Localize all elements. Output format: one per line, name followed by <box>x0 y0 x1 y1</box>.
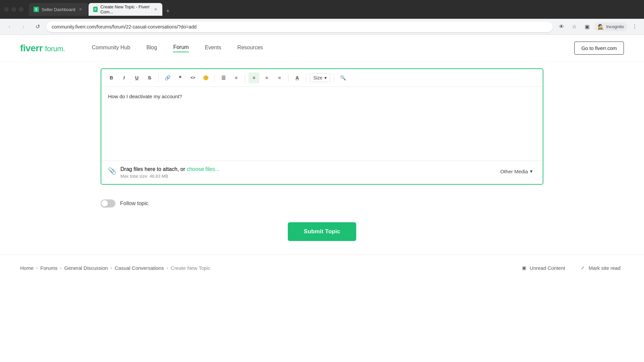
submit-topic-button[interactable]: Submit Topic <box>288 222 357 241</box>
align-left-button[interactable]: ≡ <box>249 72 259 83</box>
address-bar-input[interactable] <box>46 21 553 32</box>
nav-events[interactable]: Events <box>205 45 221 52</box>
other-media-button[interactable]: Other Media ▾ <box>497 166 536 176</box>
checkmark-icon: ✓ <box>580 265 586 271</box>
footer-actions: ▣ Unread Content ✓ Mark site read <box>518 263 624 273</box>
breadcrumb-sep-3: › <box>111 265 112 270</box>
quote-button[interactable]: ❝ <box>175 72 185 83</box>
unread-icon: ▣ <box>521 265 527 271</box>
incognito-label: Incognito <box>606 24 624 29</box>
toolbar-sep-1 <box>158 74 159 82</box>
attachment-area: 📎 Drag files here to attach, or choose f… <box>101 161 543 184</box>
logo-forum: forum. <box>45 45 65 53</box>
toolbar-sep-2 <box>214 74 215 82</box>
browser-toolbar-icons: 👁 ☆ ▣ 🕵 Incognito ⋮ <box>556 21 640 32</box>
window-controls <box>4 7 23 12</box>
incognito-badge[interactable]: 🕵 Incognito <box>594 22 627 31</box>
editor-toolbar: B I U S 🔗 ❝ <> 🙂 ☰ ≡ ≡ ≡ ≡ A S <box>101 69 543 87</box>
address-bar-row: ‹ › ↺ 👁 ☆ ▣ 🕵 Incognito ⋮ <box>0 19 644 35</box>
align-right-button[interactable]: ≡ <box>274 72 285 83</box>
drag-text: Drag files here to attach, or <box>120 166 186 172</box>
attachment-drag-text: Drag files here to attach, or choose fil… <box>120 166 219 172</box>
tab-forum[interactable]: F Create New Topic - Fiverr Com... ✕ <box>89 3 162 16</box>
breadcrumb: Home › Forums › General Discussion › Cas… <box>20 265 210 271</box>
follow-topic-label: Follow topic <box>120 200 148 206</box>
breadcrumb-current: Create New Topic <box>171 265 210 271</box>
editor-content: How do I deactivate my account? <box>108 94 182 99</box>
tab-close-forum[interactable]: ✕ <box>154 7 158 12</box>
attachment-left: 📎 Drag files here to attach, or choose f… <box>108 166 219 179</box>
numbered-list-button[interactable]: ≡ <box>231 72 241 83</box>
toolbar-sep-4 <box>288 74 288 82</box>
bullet-list-button[interactable]: ☰ <box>218 72 229 83</box>
back-button[interactable]: ‹ <box>4 21 15 32</box>
paperclip-icon: 📎 <box>108 167 116 175</box>
link-button[interactable]: 🔗 <box>162 72 173 83</box>
bold-button[interactable]: B <box>106 72 117 83</box>
size-dropdown-arrow: ▾ <box>324 75 327 80</box>
sidebar-icon[interactable]: ▣ <box>582 21 592 32</box>
reload-button[interactable]: ↺ <box>32 21 43 32</box>
editor-container: B I U S 🔗 ❝ <> 🙂 ☰ ≡ ≡ ≡ ≡ A S <box>101 68 543 185</box>
new-tab-button[interactable]: + <box>163 6 172 16</box>
incognito-icon: 🕵 <box>598 24 604 30</box>
footer-bar: Home › Forums › General Discussion › Cas… <box>0 254 644 281</box>
maximize-button[interactable] <box>11 7 16 12</box>
logo[interactable]: fiverr forum. <box>20 43 65 54</box>
nav-community-hub[interactable]: Community Hub <box>92 45 130 52</box>
nav-blog[interactable]: Blog <box>146 45 157 52</box>
editor-section: B I U S 🔗 ❝ <> 🙂 ☰ ≡ ≡ ≡ ≡ A S <box>80 62 564 191</box>
nav-forum[interactable]: Forum <box>173 44 189 52</box>
size-label: Size <box>313 75 322 80</box>
tab-favicon-seller: S <box>34 7 39 12</box>
choose-files-link[interactable]: choose files... <box>186 166 219 172</box>
tab-favicon-forum: F <box>93 7 98 12</box>
breadcrumb-home[interactable]: Home <box>20 265 34 271</box>
submit-section: Submit Topic <box>0 216 644 254</box>
breadcrumb-sep-1: › <box>36 265 38 270</box>
follow-section: Follow topic <box>80 191 564 216</box>
other-media-label: Other Media <box>500 169 528 174</box>
tab-close-seller[interactable]: ✕ <box>78 7 83 12</box>
tab-seller[interactable]: S Seller Dashboard ✕ <box>29 3 88 16</box>
italic-button[interactable]: I <box>119 72 129 83</box>
tab-label-seller: Seller Dashboard <box>42 7 75 12</box>
other-media-arrow: ▾ <box>530 168 533 174</box>
close-button[interactable] <box>19 7 23 12</box>
editor-body[interactable]: How do I deactivate my account? <box>101 87 543 161</box>
breadcrumb-sep-2: › <box>60 265 61 270</box>
emoji-button[interactable]: 🙂 <box>200 72 211 83</box>
privacy-icon[interactable]: 👁 <box>556 21 567 32</box>
size-dropdown-button[interactable]: Size ▾ <box>310 73 330 82</box>
toolbar-sep-6 <box>334 74 334 82</box>
breadcrumb-general[interactable]: General Discussion <box>64 265 108 271</box>
mark-site-read-label: Mark site read <box>589 265 621 271</box>
mark-site-read-button[interactable]: ✓ Mark site read <box>577 263 624 273</box>
go-fiverr-button[interactable]: Go to fiverr.com <box>574 42 624 55</box>
underline-button[interactable]: U <box>131 72 142 83</box>
follow-topic-toggle[interactable] <box>101 199 115 207</box>
breadcrumb-forums[interactable]: Forums <box>40 265 57 271</box>
search-in-editor-button[interactable]: 🔍 <box>337 72 348 83</box>
align-center-button[interactable]: ≡ <box>261 72 272 83</box>
browser-chrome: S Seller Dashboard ✕ F Create New Topic … <box>0 0 644 19</box>
attachment-max-size: Max total size: 48.83 MB <box>120 174 219 179</box>
attachment-info: Drag files here to attach, or choose fil… <box>120 166 219 179</box>
minimize-button[interactable] <box>4 7 9 12</box>
toolbar-sep-3 <box>245 74 245 82</box>
font-color-button[interactable]: A <box>292 72 303 83</box>
code-button[interactable]: <> <box>187 72 198 83</box>
forward-button[interactable]: › <box>18 21 29 32</box>
breadcrumb-casual[interactable]: Casual Conversations <box>115 265 164 271</box>
strikethrough-button[interactable]: S <box>144 72 155 83</box>
top-nav: fiverr forum. Community Hub Blog Forum E… <box>0 35 644 62</box>
logo-brand: fiverr <box>20 43 43 53</box>
nav-resources[interactable]: Resources <box>237 45 263 52</box>
menu-icon[interactable]: ⋮ <box>629 21 640 32</box>
toolbar-sep-5 <box>306 74 306 82</box>
nav-links: Community Hub Blog Forum Events Resource… <box>92 44 574 52</box>
toggle-thumb <box>101 200 108 207</box>
bookmark-icon[interactable]: ☆ <box>569 21 580 32</box>
unread-content-button[interactable]: ▣ Unread Content <box>518 263 569 273</box>
page-content: fiverr forum. Community Hub Blog Forum E… <box>0 35 644 343</box>
